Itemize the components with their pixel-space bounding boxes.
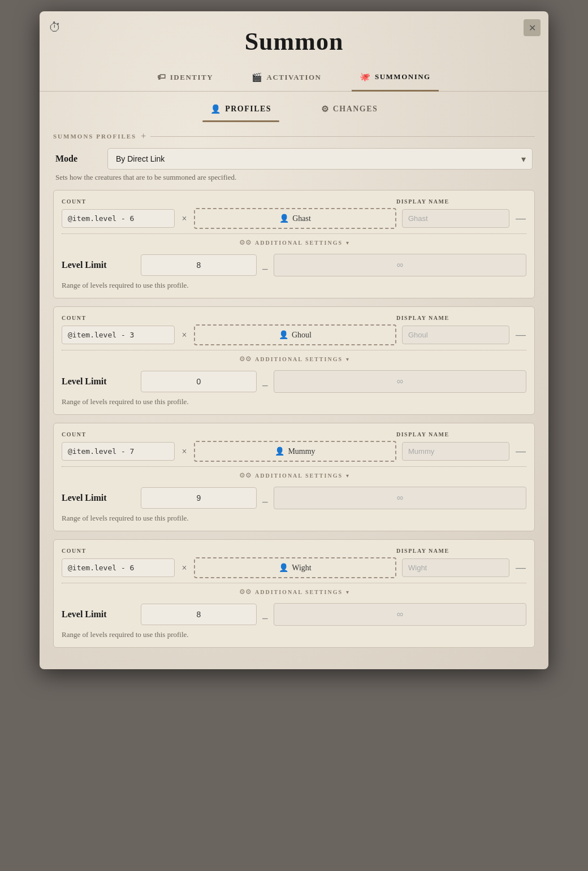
ghoul-level-input[interactable] <box>141 371 257 392</box>
activation-icon: 🎬 <box>252 72 263 83</box>
ghoul-display-input[interactable] <box>402 326 509 344</box>
wight-level-row: Level Limit ⎯ <box>62 603 526 626</box>
changes-icon: ⚙ <box>321 104 330 114</box>
ghoul-multiply: × <box>180 330 188 340</box>
wight-level-label: Level Limit <box>62 609 135 619</box>
ghast-creature-name: Ghast <box>292 214 311 223</box>
wight-additional-settings[interactable]: ⚙⚙ ADDITIONAL SETTINGS ▾ <box>62 583 526 596</box>
mummy-top-row: × 👤 Mummy — <box>62 441 526 462</box>
section-divider <box>150 136 535 137</box>
wight-level-input[interactable] <box>141 604 257 625</box>
ghast-level-input[interactable] <box>141 254 257 276</box>
mode-select-wrapper: By Direct Link By Creature Type By Actor… <box>107 148 533 170</box>
ghast-remove-button[interactable]: — <box>515 213 526 224</box>
wight-gear-icon: ⚙⚙ <box>239 588 252 596</box>
mummy-level-desc: Range of levels required to use this pro… <box>62 514 526 523</box>
ghoul-creature-name: Ghoul <box>292 331 312 340</box>
mummy-creature-button[interactable]: 👤 Mummy <box>194 441 396 462</box>
wight-count-input[interactable] <box>62 558 175 577</box>
sub-tab-changes-label: CHANGES <box>333 105 378 114</box>
sub-tab-changes[interactable]: ⚙ CHANGES <box>313 99 386 122</box>
wight-creature-icon: 👤 <box>279 563 288 573</box>
main-tabs: 🏷 IDENTITY 🎬 ACTIVATION 🐙 SUMMONING <box>40 62 548 92</box>
mummy-additional-label: ADDITIONAL SETTINGS <box>255 473 343 479</box>
mummy-remove-button[interactable]: — <box>515 445 526 457</box>
ghoul-level-row: Level Limit ⎯ <box>62 370 526 393</box>
mode-description: Sets how the creatures that are to be su… <box>53 173 535 182</box>
mummy-level-label: Level Limit <box>62 493 135 503</box>
mummy-creature-name: Mummy <box>288 447 315 456</box>
ghoul-remove-button[interactable]: — <box>515 329 526 341</box>
tab-identity[interactable]: 🏷 IDENTITY <box>149 67 221 92</box>
wight-additional-label: ADDITIONAL SETTINGS <box>255 589 343 595</box>
section-header: SUMMONS PROFILES + <box>53 131 535 141</box>
profile-card-ghast: COUNT DISPLAY NAME × 👤 Ghast — ⚙⚙ ADDITI… <box>53 190 535 298</box>
mummy-creature-icon: 👤 <box>275 447 284 456</box>
tab-identity-label: IDENTITY <box>170 73 213 82</box>
identity-icon: 🏷 <box>157 72 167 82</box>
mummy-chevron-icon: ▾ <box>346 473 349 479</box>
close-button[interactable]: ✕ <box>524 19 541 36</box>
profile-card-wight: COUNT DISPLAY NAME × 👤 Wight — ⚙⚙ ADDITI… <box>53 539 535 648</box>
summoning-icon: 🐙 <box>360 72 371 82</box>
tab-activation[interactable]: 🎬 ACTIVATION <box>244 67 329 92</box>
mummy-display-label: DISPLAY NAME <box>396 431 509 437</box>
mummy-level-row: Level Limit ⎯ <box>62 487 526 509</box>
ghoul-display-label: DISPLAY NAME <box>396 315 509 321</box>
wight-multiply: × <box>180 563 188 573</box>
wight-creature-button[interactable]: 👤 Wight <box>194 557 396 578</box>
ghoul-count-input[interactable] <box>62 326 175 344</box>
content-area: SUMMONS PROFILES + Mode By Direct Link B… <box>40 122 548 669</box>
mummy-count-input[interactable] <box>62 442 175 461</box>
ghast-display-input[interactable] <box>402 209 509 228</box>
profiles-icon: 👤 <box>210 104 222 114</box>
ghoul-chevron-icon: ▾ <box>346 356 349 362</box>
wight-link-icon: ⎯ <box>262 609 268 619</box>
mummy-count-label: COUNT <box>62 431 175 437</box>
wight-col-headers: COUNT DISPLAY NAME <box>62 548 526 554</box>
ghoul-additional-settings[interactable]: ⚙⚙ ADDITIONAL SETTINGS ▾ <box>62 350 526 363</box>
ghoul-level-desc: Range of levels required to use this pro… <box>62 397 526 406</box>
mummy-level-input[interactable] <box>141 487 257 509</box>
mummy-gear-icon: ⚙⚙ <box>239 471 252 480</box>
sub-tab-profiles[interactable]: 👤 PROFILES <box>202 99 280 122</box>
ghast-creature-icon: 👤 <box>279 214 289 223</box>
ghast-multiply: × <box>180 214 188 224</box>
wight-infinity-input[interactable] <box>274 603 526 626</box>
add-profile-button[interactable]: + <box>141 131 146 141</box>
profile-card-ghoul: COUNT DISPLAY NAME × 👤 Ghoul — ⚙⚙ ADDITI… <box>53 306 535 415</box>
ghoul-top-row: × 👤 Ghoul — <box>62 324 526 345</box>
wight-display-label: DISPLAY NAME <box>396 548 509 554</box>
ghast-top-row: × 👤 Ghast — <box>62 208 526 229</box>
section-label: SUMMONS PROFILES <box>53 133 136 140</box>
ghoul-creature-icon: 👤 <box>279 330 288 340</box>
tab-activation-label: ACTIVATION <box>267 73 322 82</box>
mummy-infinity-input[interactable] <box>274 487 526 509</box>
ghoul-count-label: COUNT <box>62 315 175 321</box>
mummy-link-icon: ⎯ <box>262 493 268 503</box>
mode-row: Mode By Direct Link By Creature Type By … <box>53 148 535 170</box>
ghoul-col-headers: COUNT DISPLAY NAME <box>62 315 526 321</box>
mummy-display-input[interactable] <box>402 442 509 461</box>
ghast-col-headers: COUNT DISPLAY NAME <box>62 198 526 205</box>
ghast-infinity-input[interactable] <box>274 254 526 276</box>
wight-level-desc: Range of levels required to use this pro… <box>62 630 526 639</box>
ghast-additional-settings[interactable]: ⚙⚙ ADDITIONAL SETTINGS ▾ <box>62 233 526 247</box>
ghast-additional-label: ADDITIONAL SETTINGS <box>255 240 343 246</box>
ghoul-gear-icon: ⚙⚙ <box>239 355 252 363</box>
ghoul-infinity-input[interactable] <box>274 370 526 393</box>
mode-select[interactable]: By Direct Link By Creature Type By Actor… <box>107 148 533 170</box>
ghast-creature-button[interactable]: 👤 Ghast <box>194 208 396 229</box>
wight-chevron-icon: ▾ <box>346 589 349 595</box>
tab-summoning[interactable]: 🐙 SUMMONING <box>352 67 438 92</box>
modal-header: ⏱ Summon ✕ <box>40 11 548 62</box>
mummy-additional-settings[interactable]: ⚙⚙ ADDITIONAL SETTINGS ▾ <box>62 466 526 480</box>
ghast-gear-icon: ⚙⚙ <box>239 239 252 247</box>
sub-tab-profiles-label: PROFILES <box>225 105 271 114</box>
mode-label: Mode <box>55 154 101 164</box>
wight-display-input[interactable] <box>402 558 509 577</box>
ghoul-creature-button[interactable]: 👤 Ghoul <box>194 324 396 345</box>
ghast-link-icon: ⎯ <box>262 260 268 270</box>
wight-remove-button[interactable]: — <box>515 562 526 574</box>
ghast-count-input[interactable] <box>62 209 175 228</box>
